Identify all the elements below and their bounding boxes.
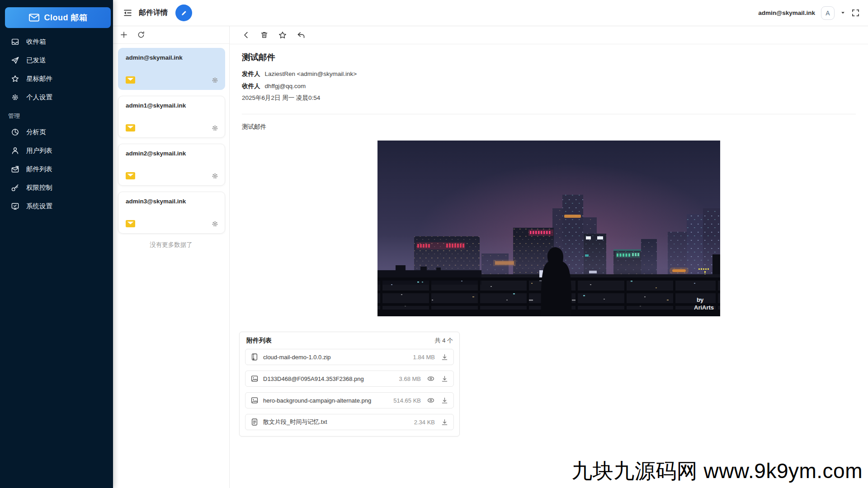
sidebar-item-label: 分析页 [26,128,46,136]
to-value: dhffgj@qq.com [265,83,306,89]
reply-icon [297,31,306,40]
sidebar-item-label: 已发送 [26,56,46,65]
sidebar-item-starred[interactable]: 星标邮件 [0,70,113,88]
night-city-image: by AriArts [377,141,720,316]
delete-button[interactable] [260,31,269,39]
sidebar-item-label: 星标邮件 [26,75,52,83]
sidebar-nav: 收件箱 已发送 星标邮件 个人设置 [0,33,113,216]
zip-file-icon [250,353,259,361]
download-button[interactable] [441,375,448,383]
download-button[interactable] [441,397,448,404]
image-file-icon [250,375,259,383]
sidebar-item-analytics[interactable]: 分析页 [0,123,113,141]
star-icon [278,31,287,40]
attachment-row[interactable]: 散文片段_时间与记忆.txt 2.34 KB [245,414,454,430]
mailbox-card[interactable]: admin1@skymail.ink [118,96,225,138]
attachment-size: 1.84 MB [413,354,435,361]
eye-icon [427,396,435,404]
mail-subject: 测试邮件 [242,52,859,63]
attachment-name: hero-background-campaign-alternate.png [263,397,389,404]
sidebar-item-inbox[interactable]: 收件箱 [0,33,113,51]
logo-button[interactable]: Cloud 邮箱 [5,7,111,28]
sidebar-item-users[interactable]: 用户列表 [0,141,113,160]
image-credit-artist: AriArts [694,304,714,311]
sidebar-item-permissions[interactable]: 权限控制 [0,178,113,197]
download-button[interactable] [441,418,448,426]
sidebar-item-mail-list[interactable]: 邮件列表 [0,160,113,178]
fullscreen-button[interactable] [851,9,860,17]
app-root: Cloud 邮箱 收件箱 已发送 星标邮件 [0,0,868,488]
download-button[interactable] [441,353,448,361]
from-value: LaziestRen <admin@skymail.ink> [265,70,357,77]
account-email: admin@skymail.ink [758,9,815,16]
attachment-row[interactable]: cloud-mail-demo-1.0.0.zip 1.84 MB [245,349,454,365]
collapse-sidebar-button[interactable] [123,8,132,18]
refresh-button[interactable] [137,31,145,39]
envelope-icon [126,124,135,131]
gear-icon [11,93,19,102]
plus-icon [120,31,128,39]
mailbox-email: admin3@skymail.ink [126,198,186,205]
attachment-size: 3.68 MB [399,375,421,382]
gear-icon [211,124,219,132]
sidebar-item-personal-settings[interactable]: 个人设置 [0,88,113,107]
envelope-icon [126,76,135,84]
divider [242,114,856,114]
text-file-icon [250,418,259,426]
reply-button[interactable] [297,31,306,40]
mailbox-list-toolbar [113,26,229,44]
mail-from-row: 发件人LaziestRen <admin@skymail.ink> 收件人dhf… [242,68,859,92]
mailbox-email: admin@skymail.ink [126,54,183,61]
chevron-down-icon [840,10,845,15]
sidebar-section-label: 管理 [0,107,113,123]
image-credit-by: by [697,296,704,303]
attachment-title: 附件列表 [246,337,272,345]
gear-icon [211,76,219,84]
preview-button[interactable] [427,375,435,383]
back-button[interactable] [242,31,250,39]
mailbox-settings-button[interactable] [211,124,219,132]
attachment-size: 2.34 KB [414,419,435,426]
avatar-letter: A [826,9,830,17]
mail-detail-toolbar [230,26,868,44]
mail-detail-panel: 测试邮件 发件人LaziestRen <admin@skymail.ink> 收… [230,26,868,488]
mailbox-email: admin1@skymail.ink [126,102,186,109]
attachment-panel: 附件列表 共 4 个 cloud-mail-demo-1.0.0.zip 1.8… [239,332,460,436]
avatar[interactable]: A [821,6,835,20]
mailbox-card[interactable]: admin2@skymail.ink [118,144,225,186]
to-label: 收件人 [242,83,260,89]
mailbox-email: admin2@skymail.ink [126,150,186,157]
download-icon [441,418,448,426]
pencil-icon [180,9,188,17]
account-menu-button[interactable] [840,10,845,15]
sidebar-item-system-settings[interactable]: 系统设置 [0,197,113,216]
gear-icon [211,172,219,180]
sidebar: Cloud 邮箱 收件箱 已发送 星标邮件 [0,0,113,488]
mailbox-settings-button[interactable] [211,76,219,84]
preview-button[interactable] [427,396,435,404]
mailbox-settings-button[interactable] [211,220,219,228]
add-mailbox-button[interactable] [120,31,128,39]
attachment-row[interactable]: D133D468@F095A914.353F2368.png 3.68 MB [245,371,454,387]
star-mail-button[interactable] [278,31,287,40]
sidebar-item-label: 权限控制 [26,183,52,192]
envelope-icon [126,220,135,227]
mail-body-text: 测试邮件 [242,123,859,131]
mailbox-cards: admin@skymail.ink admin1@skymail.ink [113,44,229,234]
from-label: 发件人 [242,70,260,77]
no-more-data-text: 没有更多数据了 [113,241,229,249]
eye-icon [427,375,435,383]
mailbox-card[interactable]: admin3@skymail.ink [118,192,225,234]
sidebar-item-label: 系统设置 [26,202,52,211]
user-icon [11,146,19,155]
download-icon [441,375,448,383]
mail-logo-icon [28,13,40,22]
mailbox-card[interactable]: admin@skymail.ink [118,48,225,90]
sidebar-item-label: 个人设置 [26,93,52,102]
sidebar-item-sent[interactable]: 已发送 [0,51,113,70]
mailbox-settings-button[interactable] [211,172,219,180]
attachment-name: D133D468@F095A914.353F2368.png [263,375,395,382]
mail-detail-content: 测试邮件 发件人LaziestRen <admin@skymail.ink> 收… [230,52,868,436]
compose-button[interactable] [175,5,192,21]
attachment-row[interactable]: hero-background-campaign-alternate.png 5… [245,392,454,408]
